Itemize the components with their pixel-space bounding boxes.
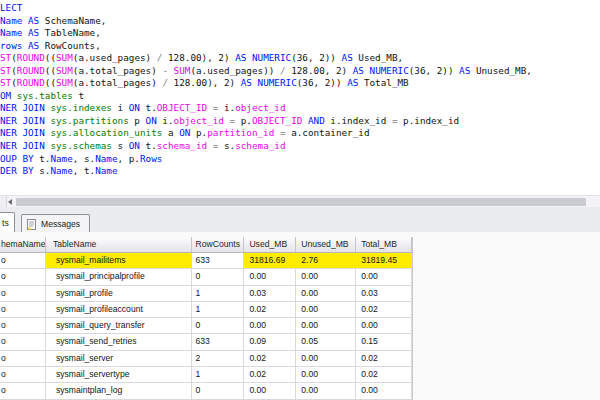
table-row[interactable]: osysmail_principalprofile00.000.000.00 [0, 269, 412, 285]
table-row[interactable]: osysmail_servertype10.020.000.02 [0, 367, 412, 383]
grid-cell[interactable]: 1 [192, 302, 245, 317]
code-line: ST(ROUND((SUM(a.total_pages) - SUM(a.use… [0, 65, 600, 78]
grid-cell[interactable]: 0.15 [356, 334, 412, 349]
grid-cell[interactable]: o [0, 302, 46, 317]
grid-cell[interactable]: 0.00 [296, 318, 356, 333]
grid-cell[interactable]: 0 [192, 269, 245, 284]
grid-cell[interactable]: 0 [192, 318, 245, 333]
grid-cell[interactable]: sysmaintplan_log [46, 383, 192, 398]
code-line: NER JOIN sys.schemas s ON t.schema_id = … [0, 140, 600, 153]
table-row[interactable]: osysmail_profileaccount10.020.000.02 [0, 302, 412, 318]
grid-cell[interactable]: sysmail_principalprofile [46, 269, 192, 284]
grid-cell[interactable]: 0.00 [296, 286, 356, 301]
grid-cell[interactable]: 0.02 [356, 351, 412, 366]
table-row[interactable]: osysmail_mailitems63331816.692.7631819.4… [0, 253, 412, 269]
code-line: Name AS SchemaName, [0, 15, 600, 28]
grid-cell[interactable]: sysmail_send_retries [46, 334, 192, 349]
grid-cell[interactable]: 0.00 [356, 318, 412, 333]
messages-icon [27, 218, 37, 230]
grid-cell[interactable]: o [0, 383, 46, 398]
grid-cell[interactable]: 0.05 [296, 334, 356, 349]
grid-cell[interactable]: 0.02 [244, 302, 296, 317]
grid-cell[interactable]: 0.00 [356, 383, 412, 398]
grid-cell[interactable]: 2 [192, 351, 245, 366]
grid-cell[interactable]: sysmail_profileaccount [46, 302, 192, 317]
grid-cell[interactable]: 0.03 [356, 286, 412, 301]
scrollbar-thumb[interactable] [16, 198, 586, 206]
grid-cell[interactable]: 633 [192, 334, 245, 349]
grid-cell[interactable]: 0.00 [296, 302, 356, 317]
grid-header: hemaNameTableNameRowCountsUsed_MBUnused_… [0, 237, 412, 253]
grid-cell[interactable]: sysmail_server [46, 351, 192, 366]
column-header[interactable]: Total_MB [356, 237, 412, 252]
column-header[interactable]: Used_MB [244, 237, 296, 252]
grid-cell[interactable]: o [0, 318, 46, 333]
grid-cell[interactable]: o [0, 286, 46, 301]
grid-cell[interactable]: o [0, 367, 46, 382]
table-row[interactable]: osysmail_query_transfer00.000.000.00 [0, 318, 412, 334]
column-header[interactable]: RowCounts [192, 237, 245, 252]
table-row[interactable]: osysmaintplan_log00.000.000.00 [0, 383, 412, 399]
results-pane: ts Messages hemaNameTableNameRowCountsUs… [0, 207, 600, 400]
grid-cell[interactable]: 0.00 [296, 367, 356, 382]
tab-messages[interactable]: Messages [21, 214, 90, 232]
grid-cell[interactable]: 0.03 [244, 286, 296, 301]
scroll-left-arrow-icon[interactable] [8, 199, 12, 205]
code-line: NER JOIN sys.partitions p ON i.object_id… [0, 115, 600, 128]
grid-cell[interactable]: 31819.45 [356, 253, 412, 268]
code-line: DER BY s.Name, t.Name [0, 165, 600, 178]
grid-cell[interactable]: o [0, 334, 46, 349]
code-line: ST(ROUND((SUM(a.used_pages) / 128.00), 2… [0, 52, 600, 65]
grid-cell[interactable]: 0.00 [244, 318, 296, 333]
grid-cell[interactable]: sysmail_profile [46, 286, 192, 301]
sql-code: LECTName AS SchemaName,Name AS TableName… [0, 2, 600, 178]
table-row[interactable]: osysmail_send_retries6330.090.050.15 [0, 334, 412, 350]
grid-body: osysmail_mailitems63331816.692.7631819.4… [0, 253, 412, 400]
grid-cell[interactable]: 2.76 [296, 253, 356, 268]
code-line: rows AS RowCounts, [0, 40, 600, 53]
code-line: ST(ROUND((SUM(a.total_pages) / 128.00), … [0, 77, 600, 90]
grid-cell[interactable]: 0.00 [244, 269, 296, 284]
grid-cell[interactable]: sysmail_servertype [46, 367, 192, 382]
grid-cell[interactable]: 0.00 [296, 383, 356, 398]
tab-results[interactable]: ts [0, 212, 15, 232]
ssms-window: LECTName AS SchemaName,Name AS TableName… [0, 0, 600, 400]
tab-results-label: ts [2, 218, 9, 228]
grid-cell[interactable]: sysmail_mailitems [46, 253, 192, 268]
grid-cell[interactable]: 0.02 [244, 351, 296, 366]
code-line: NER JOIN sys.allocation_units a ON p.par… [0, 127, 600, 140]
grid-cell[interactable]: 0.00 [244, 383, 296, 398]
grid-cell[interactable]: 31816.69 [244, 253, 296, 268]
grid-cell[interactable]: 0.02 [356, 302, 412, 317]
editor-horizontal-scrollbar[interactable] [0, 195, 600, 207]
grid-cell[interactable]: 0.02 [244, 367, 296, 382]
table-row[interactable]: osysmail_server20.020.000.02 [0, 351, 412, 367]
grid-cell[interactable]: 0.00 [356, 269, 412, 284]
results-tabs: ts Messages [0, 212, 90, 232]
column-header[interactable]: Unused_MB [296, 237, 356, 252]
grid-cell[interactable]: o [0, 253, 46, 268]
table-row[interactable]: osysmail_profile10.030.000.03 [0, 286, 412, 302]
grid-cell[interactable]: 0.09 [244, 334, 296, 349]
column-header[interactable]: hemaName [0, 237, 46, 252]
sql-editor[interactable]: LECTName AS SchemaName,Name AS TableName… [0, 0, 600, 197]
results-grid: hemaNameTableNameRowCountsUsed_MBUnused_… [0, 237, 413, 400]
tab-messages-label: Messages [41, 219, 80, 229]
code-line: OUP BY t.Name, s.Name, p.Rows [0, 153, 600, 166]
code-line: LECT [0, 2, 600, 15]
grid-cell[interactable]: o [0, 351, 46, 366]
code-line: Name AS TableName, [0, 27, 600, 40]
grid-cell[interactable]: o [0, 269, 46, 284]
grid-cell[interactable]: 1 [192, 367, 245, 382]
code-line: OM sys.tables t [0, 90, 600, 103]
grid-cell[interactable]: 0.02 [356, 367, 412, 382]
grid-cell[interactable]: 0.00 [296, 351, 356, 366]
grid-cell[interactable]: 0 [192, 383, 245, 398]
grid-cell[interactable]: 0.00 [296, 269, 356, 284]
code-line: NER JOIN sys.indexes i ON t.OBJECT_ID = … [0, 102, 600, 115]
grid-cell[interactable]: 1 [192, 286, 245, 301]
column-header[interactable]: TableName [46, 237, 192, 252]
grid-cell[interactable]: sysmail_query_transfer [46, 318, 192, 333]
grid-cell[interactable]: 633 [192, 253, 245, 268]
